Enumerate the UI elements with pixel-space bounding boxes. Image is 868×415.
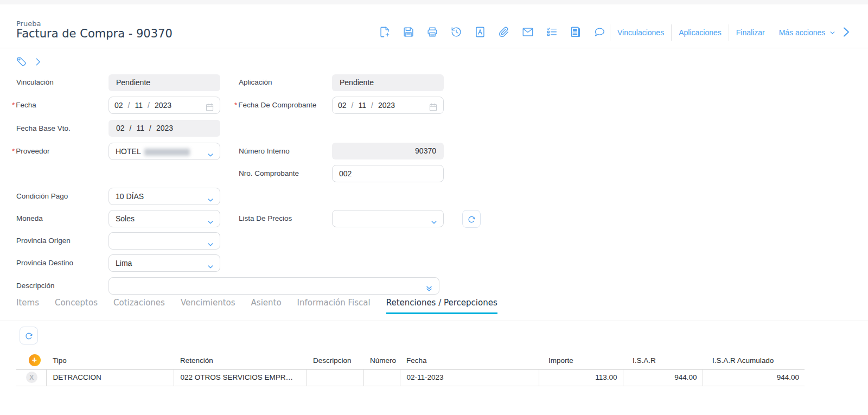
fecha-field[interactable]: 02/11/2023 [108,97,220,114]
comment-icon [593,25,606,39]
aplicacion-label: Aplicación [239,78,272,86]
vinculaciones-link[interactable]: Vinculaciones [610,28,671,37]
column-header-tipo: Tipo [46,352,174,369]
provincia-destino-select[interactable]: Lima [108,254,220,272]
finalizar-link[interactable]: Finalizar [729,28,772,37]
vinculacion-label: Vinculación [16,78,54,86]
lista-precios-select[interactable] [332,210,444,227]
tab-informacion-fiscal[interactable]: Información Fiscal [297,298,371,314]
proveedor-label: *Proveedor [12,147,50,155]
delete-row-button[interactable]: X [26,372,37,383]
moneda-select[interactable]: Soles [108,210,220,227]
history-button[interactable] [449,25,463,39]
tab-asiento[interactable]: Asiento [251,298,282,314]
print-button[interactable] [425,25,439,39]
tag-row [16,56,42,67]
checklist-icon [545,25,558,39]
chevron-down-icon [207,215,214,223]
cell-isar[interactable]: 944.00 [623,369,703,386]
collapse-panel-button[interactable] [840,26,852,38]
numero-interno-label: Número Interno [239,147,290,155]
checklist-button[interactable] [545,25,559,39]
fecha-comprobante-field[interactable]: 02/11/2023 [332,97,444,114]
tab-retenciones-percepciones[interactable]: Retenciones / Percepciones [386,298,497,314]
provincia-destino-label: Provincia Destino [16,259,73,267]
condicion-pago-select[interactable]: 10 DÍAS [108,188,220,205]
font-document-icon [474,25,487,39]
save-button[interactable] [401,25,416,39]
tab-cotizaciones[interactable]: Cotizaciones [113,298,165,314]
chevron-right-icon [840,26,852,38]
refresh-prices-button[interactable] [462,210,481,228]
descripcion-field[interactable] [108,277,439,295]
history-icon [450,25,463,39]
nro-comprobante-label: Nro. Comprobante [239,169,299,177]
lista-precios-label: Lista De Precios [239,214,292,222]
moneda-label: Moneda [16,214,43,222]
fecha-label: *Fecha [12,101,36,109]
column-header-fecha: Fecha [400,352,539,369]
cell-descripcion[interactable] [307,369,363,386]
cell-isar-acumulado[interactable]: 944.00 [703,369,805,386]
proveedor-select[interactable]: HOTEL [108,143,220,160]
chevron-down-icon [207,193,214,201]
refresh-icon [467,214,476,224]
column-header-retencion: Retención [174,352,307,369]
save-icon [402,25,415,39]
retenciones-table: + Tipo Retención Descripcion Número Fech… [16,352,805,386]
nro-comprobante-field[interactable]: 002 [332,165,444,182]
new-document-icon [378,25,391,39]
attachment-button[interactable] [497,25,511,39]
calendar-icon[interactable] [205,101,214,110]
fecha-comprobante-label: *Fecha De Comprobante [234,101,316,109]
redacted-text [144,149,190,156]
journal-button[interactable] [569,25,583,39]
print-icon [426,25,439,39]
format-document-button[interactable] [473,25,487,39]
required-asterisk: * [12,101,15,109]
header-links: Vinculaciones Aplicaciones Finalizar Más… [610,24,843,41]
comment-button[interactable] [592,25,607,39]
required-asterisk: * [234,101,237,109]
column-header-descripcion: Descripcion [307,352,363,369]
header-divider [0,48,868,48]
tab-bar: Items Conceptos Cotizaciones Vencimiento… [16,298,497,314]
chevron-down-icon [207,238,214,245]
tabs-divider [0,321,868,321]
provincia-origen-label: Provincia Origen [16,237,71,245]
add-row-button[interactable]: + [29,354,41,366]
journal-icon [569,25,582,39]
page-title: Factura de Compra - 90370 [16,27,173,40]
table-row: X DETRACCION 022 OTROS SERVICIOS EMPR… 0… [16,369,805,386]
aplicaciones-link[interactable]: Aplicaciones [672,28,729,37]
chevron-right-icon[interactable] [35,58,42,66]
tab-items[interactable]: Items [16,298,39,314]
fecha-base-label: Fecha Base Vto. [16,124,71,132]
column-header-isar: I.S.A.R [623,352,703,369]
cell-retencion[interactable]: 022 OTROS SERVICIOS EMPR… [174,369,307,386]
cell-fecha[interactable]: 02-11-2023 [400,369,539,386]
top-strip [0,0,868,4]
mail-button[interactable] [521,25,535,39]
aplicacion-field: Pendiente [332,74,444,91]
refresh-grid-button[interactable] [20,327,38,344]
chevron-down-icon [207,148,214,156]
tab-vencimientos[interactable]: Vencimientos [181,298,235,314]
mail-icon [521,25,534,39]
chevron-down-icon [207,260,214,267]
column-header-isar-acumulado: I.S.A.R Acumulado [703,352,805,369]
purchase-invoice-page: Prueba Factura de Compra - 90370 [0,0,868,415]
cell-numero[interactable] [363,369,400,386]
descripcion-label: Descripción [16,282,55,290]
cell-importe[interactable]: 113.00 [539,369,623,386]
fecha-base-field: 02/11/2023 [108,120,220,137]
new-document-button[interactable] [378,25,392,39]
column-header-numero: Número [363,352,400,369]
calendar-icon[interactable] [429,101,438,110]
tab-conceptos[interactable]: Conceptos [55,298,98,314]
tag-icon[interactable] [16,56,27,67]
provincia-origen-select[interactable] [108,232,220,250]
mas-acciones-menu[interactable]: Más acciones [772,28,844,37]
cell-tipo[interactable]: DETRACCION [46,369,174,386]
double-chevron-down-icon[interactable] [425,282,433,291]
